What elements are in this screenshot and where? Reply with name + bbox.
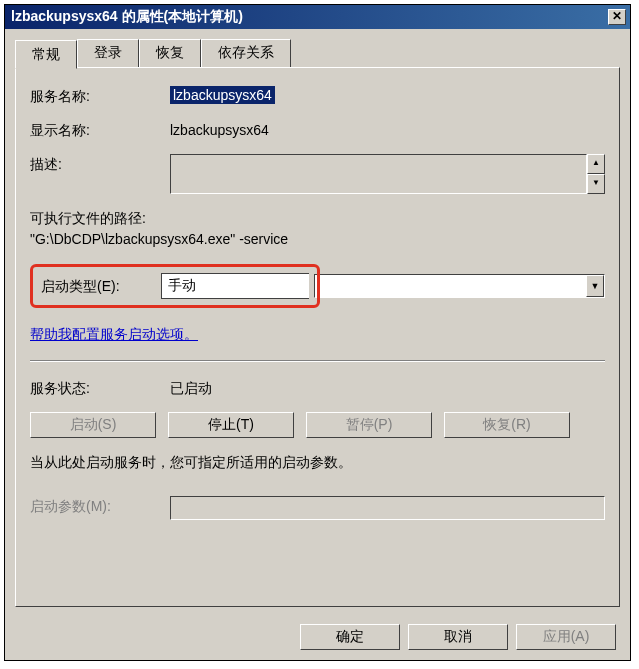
resume-button: 恢复(R) <box>444 412 570 438</box>
startup-type-highlight: 启动类型(E): 手动 <box>30 264 320 308</box>
start-params-label: 启动参数(M): <box>30 496 170 516</box>
tab-general[interactable]: 常规 <box>15 40 77 69</box>
apply-button: 应用(A) <box>516 624 616 650</box>
start-button: 启动(S) <box>30 412 156 438</box>
service-name-value[interactable]: lzbackupsysx64 <box>170 86 275 104</box>
tab-dependencies[interactable]: 依存关系 <box>201 39 291 67</box>
properties-dialog: lzbackupsysx64 的属性(本地计算机) ✕ 常规 登录 恢复 依存关… <box>4 4 631 661</box>
service-status-value: 已启动 <box>170 378 212 398</box>
help-link[interactable]: 帮助我配置服务启动选项。 <box>30 326 198 342</box>
description-textarea[interactable] <box>170 154 587 194</box>
tab-strip: 常规 登录 恢复 依存关系 <box>15 39 620 67</box>
service-status-label: 服务状态: <box>30 378 170 398</box>
description-label: 描述: <box>30 154 170 174</box>
executable-path-value: "G:\DbCDP\lzbackupsysx64.exe" -service <box>30 229 605 250</box>
tab-logon[interactable]: 登录 <box>77 39 139 67</box>
pause-button: 暂停(P) <box>306 412 432 438</box>
window-title: lzbackupsysx64 的属性(本地计算机) <box>9 8 243 26</box>
startup-type-text[interactable]: 手动 <box>161 273 309 299</box>
service-name-label: 服务名称: <box>30 86 170 106</box>
info-text: 当从此处启动服务时，您可指定所适用的启动参数。 <box>30 454 605 472</box>
dropdown-icon[interactable]: ▼ <box>586 275 604 297</box>
client-area: 常规 登录 恢复 依存关系 服务名称: lzbackupsysx64 显示名称:… <box>5 29 630 660</box>
startup-type-label: 启动类型(E): <box>41 276 161 296</box>
cancel-button[interactable]: 取消 <box>408 624 508 650</box>
scroll-up-icon[interactable]: ▲ <box>587 154 605 174</box>
display-name-label: 显示名称: <box>30 120 170 140</box>
separator <box>30 360 605 362</box>
titlebar[interactable]: lzbackupsysx64 的属性(本地计算机) ✕ <box>5 5 630 29</box>
dialog-footer: 确定 取消 应用(A) <box>300 624 616 650</box>
display-name-value: lzbackupsysx64 <box>170 120 269 138</box>
tab-recovery[interactable]: 恢复 <box>139 39 201 67</box>
executable-path-label: 可执行文件的路径: <box>30 208 605 229</box>
ok-button[interactable]: 确定 <box>300 624 400 650</box>
startup-type-combo-spacer[interactable] <box>315 284 586 288</box>
close-icon[interactable]: ✕ <box>608 9 626 25</box>
scroll-down-icon[interactable]: ▼ <box>587 174 605 194</box>
stop-button[interactable]: 停止(T) <box>168 412 294 438</box>
tab-panel-general: 服务名称: lzbackupsysx64 显示名称: lzbackupsysx6… <box>15 67 620 607</box>
start-params-input <box>170 496 605 520</box>
